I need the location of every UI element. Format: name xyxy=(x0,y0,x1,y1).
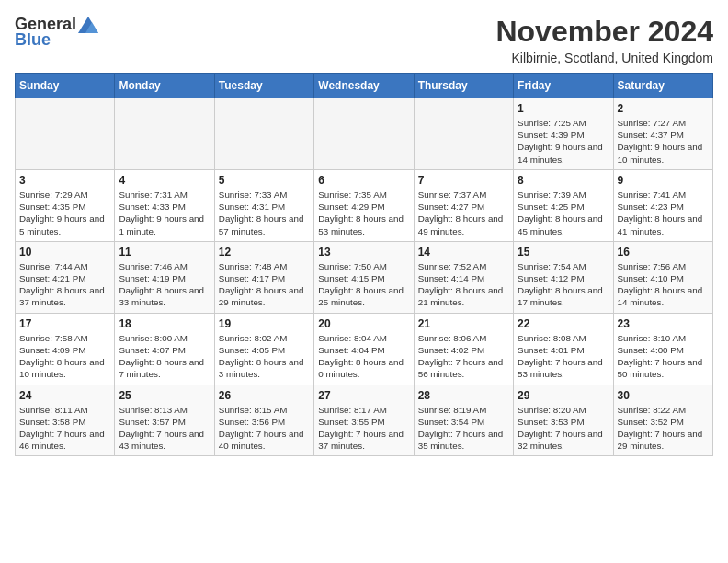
table-row: 16Sunrise: 7:56 AMSunset: 4:10 PMDayligh… xyxy=(613,241,712,313)
table-row: 6Sunrise: 7:35 AMSunset: 4:29 PMDaylight… xyxy=(314,169,414,241)
table-row xyxy=(115,98,214,170)
day-number: 27 xyxy=(318,389,409,402)
month-title: November 2024 xyxy=(495,15,713,49)
day-info: Sunrise: 7:31 AMSunset: 4:33 PMDaylight:… xyxy=(119,189,210,237)
table-row: 23Sunrise: 8:10 AMSunset: 4:00 PMDayligh… xyxy=(613,313,712,385)
table-row: 27Sunrise: 8:17 AMSunset: 3:55 PMDayligh… xyxy=(314,385,414,456)
header-monday: Monday xyxy=(115,74,214,98)
day-info: Sunrise: 7:29 AMSunset: 4:35 PMDaylight:… xyxy=(19,189,110,237)
header-saturday: Saturday xyxy=(613,74,712,98)
day-number: 8 xyxy=(518,174,609,187)
table-row: 8Sunrise: 7:39 AMSunset: 4:25 PMDaylight… xyxy=(514,169,613,241)
table-row: 29Sunrise: 8:20 AMSunset: 3:53 PMDayligh… xyxy=(514,385,613,456)
day-info: Sunrise: 7:56 AMSunset: 4:10 PMDaylight:… xyxy=(618,260,709,309)
day-number: 25 xyxy=(119,389,210,402)
calendar-week-row: 17Sunrise: 7:58 AMSunset: 4:09 PMDayligh… xyxy=(16,313,713,385)
table-row: 2Sunrise: 7:27 AMSunset: 4:37 PMDaylight… xyxy=(613,98,712,170)
table-row: 24Sunrise: 8:11 AMSunset: 3:58 PMDayligh… xyxy=(16,385,115,456)
header-thursday: Thursday xyxy=(414,74,513,98)
table-row: 19Sunrise: 8:02 AMSunset: 4:05 PMDayligh… xyxy=(214,313,313,385)
header-wednesday: Wednesday xyxy=(314,74,414,98)
day-number: 19 xyxy=(219,317,310,330)
table-row: 7Sunrise: 7:37 AMSunset: 4:27 PMDaylight… xyxy=(414,169,513,241)
day-number: 12 xyxy=(219,246,310,259)
day-info: Sunrise: 8:06 AMSunset: 4:02 PMDaylight:… xyxy=(418,332,509,381)
day-number: 5 xyxy=(219,174,310,187)
day-number: 28 xyxy=(418,389,509,402)
calendar-table: Sunday Monday Tuesday Wednesday Thursday… xyxy=(15,73,713,456)
day-info: Sunrise: 8:20 AMSunset: 3:53 PMDaylight:… xyxy=(518,404,609,453)
table-row: 26Sunrise: 8:15 AMSunset: 3:56 PMDayligh… xyxy=(214,385,313,456)
table-row: 5Sunrise: 7:33 AMSunset: 4:31 PMDaylight… xyxy=(214,169,313,241)
header-tuesday: Tuesday xyxy=(214,74,313,98)
table-row: 18Sunrise: 8:00 AMSunset: 4:07 PMDayligh… xyxy=(115,313,214,385)
table-row xyxy=(414,98,513,170)
table-row: 28Sunrise: 8:19 AMSunset: 3:54 PMDayligh… xyxy=(414,385,513,456)
day-number: 10 xyxy=(19,246,110,259)
day-info: Sunrise: 8:00 AMSunset: 4:07 PMDaylight:… xyxy=(119,332,210,381)
day-info: Sunrise: 8:19 AMSunset: 3:54 PMDaylight:… xyxy=(418,404,509,453)
day-info: Sunrise: 7:35 AMSunset: 4:29 PMDaylight:… xyxy=(318,189,409,237)
day-info: Sunrise: 7:54 AMSunset: 4:12 PMDaylight:… xyxy=(518,260,609,309)
day-number: 11 xyxy=(119,246,210,259)
day-info: Sunrise: 7:50 AMSunset: 4:15 PMDaylight:… xyxy=(318,260,409,309)
table-row: 21Sunrise: 8:06 AMSunset: 4:02 PMDayligh… xyxy=(414,313,513,385)
table-row: 11Sunrise: 7:46 AMSunset: 4:19 PMDayligh… xyxy=(115,241,214,313)
day-info: Sunrise: 8:02 AMSunset: 4:05 PMDaylight:… xyxy=(219,332,310,381)
day-info: Sunrise: 7:41 AMSunset: 4:23 PMDaylight:… xyxy=(618,189,709,237)
day-number: 6 xyxy=(318,174,409,187)
day-number: 15 xyxy=(518,246,609,259)
table-row: 9Sunrise: 7:41 AMSunset: 4:23 PMDaylight… xyxy=(613,169,712,241)
day-number: 2 xyxy=(618,102,709,115)
table-row xyxy=(314,98,414,170)
table-row: 22Sunrise: 8:08 AMSunset: 4:01 PMDayligh… xyxy=(514,313,613,385)
day-info: Sunrise: 7:27 AMSunset: 4:37 PMDaylight:… xyxy=(618,117,709,166)
table-row: 1Sunrise: 7:25 AMSunset: 4:39 PMDaylight… xyxy=(514,98,613,170)
table-row: 3Sunrise: 7:29 AMSunset: 4:35 PMDaylight… xyxy=(16,169,115,241)
day-info: Sunrise: 8:08 AMSunset: 4:01 PMDaylight:… xyxy=(518,332,609,381)
calendar-week-row: 3Sunrise: 7:29 AMSunset: 4:35 PMDaylight… xyxy=(16,169,713,241)
table-row: 20Sunrise: 8:04 AMSunset: 4:04 PMDayligh… xyxy=(314,313,414,385)
day-info: Sunrise: 7:44 AMSunset: 4:21 PMDaylight:… xyxy=(19,260,110,309)
day-number: 14 xyxy=(418,246,509,259)
table-row: 12Sunrise: 7:48 AMSunset: 4:17 PMDayligh… xyxy=(214,241,313,313)
day-number: 20 xyxy=(318,317,409,330)
day-number: 3 xyxy=(19,174,110,187)
day-number: 13 xyxy=(318,246,409,259)
table-row: 17Sunrise: 7:58 AMSunset: 4:09 PMDayligh… xyxy=(16,313,115,385)
table-row: 13Sunrise: 7:50 AMSunset: 4:15 PMDayligh… xyxy=(314,241,414,313)
day-number: 21 xyxy=(418,317,509,330)
day-info: Sunrise: 7:33 AMSunset: 4:31 PMDaylight:… xyxy=(219,189,310,237)
day-number: 16 xyxy=(618,246,709,259)
day-info: Sunrise: 7:58 AMSunset: 4:09 PMDaylight:… xyxy=(19,332,110,381)
table-row xyxy=(214,98,313,170)
day-info: Sunrise: 8:17 AMSunset: 3:55 PMDaylight:… xyxy=(318,404,409,453)
calendar-week-row: 10Sunrise: 7:44 AMSunset: 4:21 PMDayligh… xyxy=(16,241,713,313)
day-number: 26 xyxy=(219,389,310,402)
table-row: 25Sunrise: 8:13 AMSunset: 3:57 PMDayligh… xyxy=(115,385,214,456)
day-number: 24 xyxy=(19,389,110,402)
table-row: 14Sunrise: 7:52 AMSunset: 4:14 PMDayligh… xyxy=(414,241,513,313)
logo-blue: Blue xyxy=(15,30,51,50)
table-row: 15Sunrise: 7:54 AMSunset: 4:12 PMDayligh… xyxy=(514,241,613,313)
day-info: Sunrise: 7:52 AMSunset: 4:14 PMDaylight:… xyxy=(418,260,509,309)
header-sunday: Sunday xyxy=(16,74,115,98)
day-number: 4 xyxy=(119,174,210,187)
logo-icon xyxy=(78,17,98,33)
day-info: Sunrise: 7:48 AMSunset: 4:17 PMDaylight:… xyxy=(219,260,310,309)
day-info: Sunrise: 7:46 AMSunset: 4:19 PMDaylight:… xyxy=(119,260,210,309)
header-friday: Friday xyxy=(514,74,613,98)
day-info: Sunrise: 7:37 AMSunset: 4:27 PMDaylight:… xyxy=(418,189,509,237)
day-number: 22 xyxy=(518,317,609,330)
day-info: Sunrise: 8:04 AMSunset: 4:04 PMDaylight:… xyxy=(318,332,409,381)
header: General Blue November 2024 Kilbirnie, Sc… xyxy=(15,15,713,65)
calendar-header-row: Sunday Monday Tuesday Wednesday Thursday… xyxy=(16,74,713,98)
location: Kilbirnie, Scotland, United Kingdom xyxy=(495,51,713,65)
calendar-week-row: 24Sunrise: 8:11 AMSunset: 3:58 PMDayligh… xyxy=(16,385,713,456)
logo: General Blue xyxy=(15,15,98,50)
table-row: 4Sunrise: 7:31 AMSunset: 4:33 PMDaylight… xyxy=(115,169,214,241)
day-info: Sunrise: 8:10 AMSunset: 4:00 PMDaylight:… xyxy=(618,332,709,381)
day-number: 17 xyxy=(19,317,110,330)
day-info: Sunrise: 8:11 AMSunset: 3:58 PMDaylight:… xyxy=(19,404,110,453)
day-number: 7 xyxy=(418,174,509,187)
